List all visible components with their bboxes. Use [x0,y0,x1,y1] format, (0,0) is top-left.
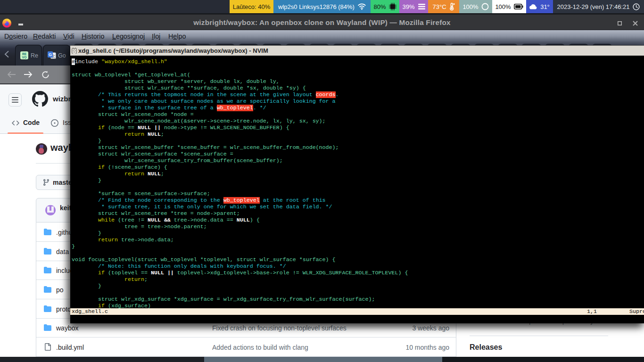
svg-text:G: G [49,52,52,57]
svg-text:VO: VO [22,56,27,59]
svg-text:RE: RE [22,52,27,56]
